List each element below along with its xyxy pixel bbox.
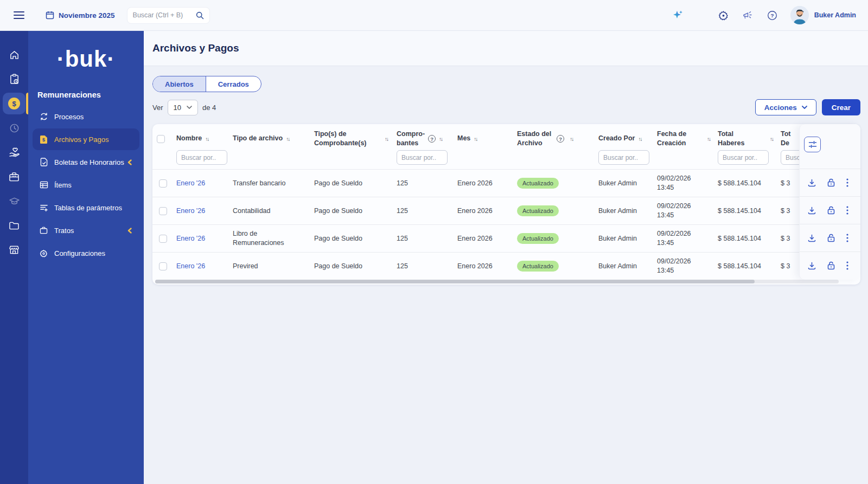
sidebar-section-title: Remuneraciones [37,91,144,99]
rail-home-icon[interactable] [0,43,28,67]
page-title: Archivos y Pagos [152,42,239,54]
help-icon[interactable]: ? [765,8,780,23]
sidebar-item-label: Boletas de Honorarios [54,158,124,166]
sidebar-item-procesos[interactable]: Procesos [33,106,139,127]
list-controls-row: Ver 10 de 4 Acciones Crear [152,99,860,115]
sort-icon[interactable]: ↑↓ [286,136,289,142]
lock-icon[interactable] [826,205,836,216]
total-descuentos-cell: $ 3 [776,197,799,225]
sidebar-item-tablas-de-parametros[interactable]: Tablas de parámetros [33,197,139,218]
sidebar-item-label: Configuraciones [54,249,105,257]
sidebar-item-label: Ítems [54,181,72,189]
filter-total-descuentos-input[interactable] [781,150,799,165]
column-header-tipo-comprobante: Tipo(s) deComprobante(s) [314,130,367,148]
chevron-down-icon [802,106,807,109]
file-type-cell: Libro de Remuneraciones [228,225,310,253]
list-plus-icon [39,204,48,212]
file-name-link[interactable]: Enero '26 [176,262,205,270]
month-cell: Enero 2026 [453,225,513,253]
month-cell: Enero 2026 [453,170,513,197]
download-icon[interactable] [807,178,817,188]
created-by-cell: Buker Admin [594,170,653,197]
kebab-menu-icon[interactable] [845,260,850,271]
file-name-link[interactable]: Enero '26 [176,179,205,187]
row-checkbox[interactable] [159,235,167,243]
settings-gear-icon[interactable] [716,8,731,23]
total-haberes-cell: $ 588.145.104 [713,197,776,225]
download-icon[interactable] [807,233,817,243]
row-actions [800,169,860,196]
hamburger-menu-icon[interactable] [12,8,26,22]
sort-icon[interactable]: ↑↓ [439,136,442,142]
rail-clock-icon[interactable] [0,116,28,140]
lock-icon[interactable] [826,177,836,188]
kebab-menu-icon[interactable] [845,233,850,243]
sidebar-item-configuraciones[interactable]: Configuraciones [33,242,139,264]
lock-icon[interactable] [826,233,836,243]
search-input[interactable] [133,11,195,19]
chevron-left-icon [127,228,132,234]
row-checkbox[interactable] [159,207,167,215]
svg-text:?: ? [770,12,774,18]
download-icon[interactable] [807,261,817,271]
rail-graduation-cap-icon[interactable] [0,189,28,213]
kebab-menu-icon[interactable] [845,205,850,216]
table-icon [39,181,48,189]
select-all-checkbox[interactable] [157,135,165,143]
file-name-link[interactable]: Enero '26 [176,207,205,215]
column-header-nombre: Nombre [176,134,202,143]
help-icon[interactable]: ? [557,135,564,143]
sidebar-item-items[interactable]: Ítems [33,174,139,196]
row-checkbox[interactable] [159,179,167,188]
rail-remuneraciones-coin-icon[interactable]: $ [0,92,28,115]
avatar[interactable] [790,6,809,24]
lock-icon[interactable] [826,260,836,271]
search-icon[interactable] [195,10,205,21]
rail-briefcase-icon[interactable] [0,165,28,189]
sidebar-item-archivos-y-pagos[interactable]: $ Archivos y Pagos [33,128,139,150]
sort-icon[interactable]: ↑↓ [385,136,388,142]
vouchers-cell: 125 [392,225,453,253]
horizontal-scrollbar-thumb[interactable] [155,280,755,283]
column-settings-icon[interactable] [804,137,821,152]
row-checkbox[interactable] [159,262,167,270]
announcements-megaphone-icon[interactable] [741,9,755,22]
sort-icon[interactable]: ↑↓ [707,136,710,142]
tab-abiertos[interactable]: Abiertos [153,76,206,92]
acciones-button[interactable]: Acciones [755,99,816,115]
status-badge: Actualizado [517,261,559,272]
rail-hand-heart-icon[interactable] [0,140,28,164]
sort-icon[interactable]: ↑↓ [205,136,208,142]
sync-icon [39,112,48,121]
sidebar-item-boletas-de-honorarios[interactable]: Boletas de Honorarios [33,151,139,173]
table-row: Enero '26 Transfer bancario Pago de Suel… [152,170,799,197]
kebab-menu-icon[interactable] [845,177,850,188]
filter-comprobantes-input[interactable] [397,150,448,165]
filter-creado-por-input[interactable] [598,150,649,165]
file-name-link[interactable]: Enero '26 [176,235,205,242]
tab-cerrados[interactable]: Cerrados [206,76,261,92]
download-icon[interactable] [807,205,817,216]
filter-nombre-input[interactable] [176,150,227,165]
sort-icon[interactable]: ↑↓ [474,136,477,142]
help-icon[interactable]: ? [428,135,436,143]
month-picker[interactable]: Noviembre 2025 [46,11,115,20]
sort-icon[interactable]: ↑↓ [770,136,773,142]
rail-folder-icon[interactable] [0,214,28,237]
sidebar-item-label: Procesos [54,113,84,121]
table-row: Enero '26 Contabilidad Pago de Sueldo 12… [152,197,799,225]
sort-icon[interactable]: ↑↓ [570,136,573,142]
sidebar-item-tratos[interactable]: Tratos [33,220,139,241]
file-check-icon [39,158,48,166]
filter-total-haberes-input[interactable] [718,150,769,165]
rail-clipboard-clock-icon[interactable] [0,67,28,91]
ai-sparkle-icon[interactable] [671,8,686,23]
user-name[interactable]: Buker Admin [814,11,856,19]
crear-button[interactable]: Crear [822,99,860,115]
tab-group: Abiertos Cerrados [152,76,261,92]
sidebar-item-label: Tratos [54,227,74,235]
rail-storefront-icon[interactable] [0,238,28,262]
page-size-select[interactable]: 10 [168,100,198,115]
sort-icon[interactable]: ↑↓ [638,136,641,142]
file-dollar-icon: $ [39,135,48,144]
